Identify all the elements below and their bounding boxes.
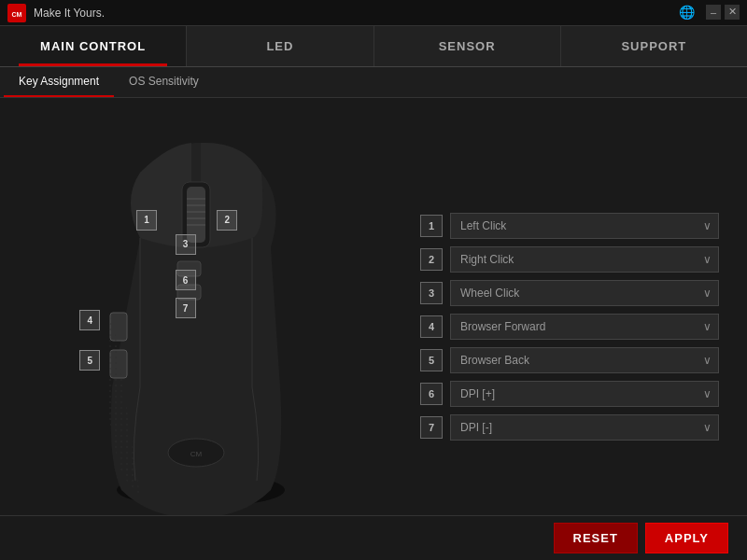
assignment-select-wrapper-7: Left Click Right Click Wheel Click Brows… <box>450 414 719 441</box>
assignment-row-4: 4 Left Click Right Click Wheel Click Bro… <box>420 314 719 340</box>
assignment-select-wrapper-4: Left Click Right Click Wheel Click Brows… <box>450 314 719 340</box>
assignment-row-5: 5 Left Click Right Click Wheel Click Bro… <box>420 347 719 373</box>
assignment-num-7: 7 <box>420 416 443 439</box>
assignment-row-3: 3 Left Click Right Click Wheel Click Bro… <box>420 280 719 306</box>
mouse-area: CM 1 2 3 4 5 6 7 <box>0 98 392 554</box>
tab-led[interactable]: LED <box>187 26 374 66</box>
assignment-num-3: 3 <box>420 282 443 304</box>
assignment-select-2[interactable]: Left Click Right Click Wheel Click Brows… <box>450 246 719 273</box>
reset-button[interactable]: RESET <box>554 523 638 553</box>
main-tabs: MAIN CONTROL LED SENSOR SUPPORT <box>0 26 747 67</box>
assignment-select-3[interactable]: Left Click Right Click Wheel Click Brows… <box>450 280 719 306</box>
subtab-key-assignment[interactable]: Key Assignment <box>4 67 114 97</box>
assignment-row-6: 6 Left Click Right Click Wheel Click Bro… <box>420 381 719 407</box>
assignment-select-wrapper-3: Left Click Right Click Wheel Click Brows… <box>450 280 719 306</box>
assignment-select-4[interactable]: Left Click Right Click Wheel Click Brows… <box>450 314 719 340</box>
assignment-row-7: 7 Left Click Right Click Wheel Click Bro… <box>420 414 719 441</box>
assignment-select-5[interactable]: Left Click Right Click Wheel Click Brows… <box>450 347 719 373</box>
assignment-num-1: 1 <box>420 215 443 237</box>
assignment-select-1[interactable]: Left Click Right Click Wheel Click Brows… <box>450 213 719 239</box>
assignment-num-5: 5 <box>420 349 443 371</box>
assignment-select-7[interactable]: Left Click Right Click Wheel Click Brows… <box>450 414 719 441</box>
mouse-button-3: 3 <box>176 234 196 255</box>
app-title: Make It Yours. <box>34 7 679 20</box>
svg-text:CM: CM <box>12 10 22 17</box>
tab-support[interactable]: SUPPORT <box>561 26 747 66</box>
apply-button[interactable]: APPLY <box>645 523 728 553</box>
assignment-num-6: 6 <box>420 383 443 405</box>
assignment-row-2: 2 Left Click Right Click Wheel Click Bro… <box>420 246 719 273</box>
mouse-button-5: 5 <box>79 350 100 371</box>
assignment-select-wrapper-2: Left Click Right Click Wheel Click Brows… <box>450 246 719 273</box>
mouse-button-6: 6 <box>176 270 196 290</box>
assignment-select-wrapper-6: Left Click Right Click Wheel Click Brows… <box>450 381 719 407</box>
globe-icon: 🌐 <box>679 5 695 21</box>
assignment-select-6[interactable]: Left Click Right Click Wheel Click Brows… <box>450 381 719 407</box>
minimize-button[interactable]: – <box>706 5 721 20</box>
tab-sensor[interactable]: SENSOR <box>374 26 561 66</box>
mouse-button-2: 2 <box>217 210 237 231</box>
mouse-button-1: 1 <box>136 210 157 231</box>
assignment-row-1: 1 Left Click Right Click Wheel Click Bro… <box>420 213 719 239</box>
assignment-select-wrapper-5: Left Click Right Click Wheel Click Brows… <box>450 347 719 373</box>
assignment-select-wrapper-1: Left Click Right Click Wheel Click Brows… <box>450 213 719 239</box>
assignments-panel: 1 Left Click Right Click Wheel Click Bro… <box>392 98 747 554</box>
bottom-bar: RESET APPLY <box>0 515 747 560</box>
assignment-num-4: 4 <box>420 315 443 338</box>
assignment-num-2: 2 <box>420 248 443 271</box>
title-bar: CM Make It Yours. 🌐 – ✕ <box>0 0 747 26</box>
mouse-button-7: 7 <box>176 298 196 318</box>
mouse-button-4: 4 <box>79 310 100 330</box>
window-controls: 🌐 – ✕ <box>679 5 740 21</box>
content-area: CM 1 2 3 4 5 6 7 1 <box>0 98 747 554</box>
svg-text:CM: CM <box>190 450 203 458</box>
subtab-os-sensitivity[interactable]: OS Sensitivity <box>114 67 214 97</box>
app-logo: CM <box>7 4 26 22</box>
mouse-diagram: CM 1 2 3 4 5 6 7 <box>47 126 345 527</box>
tab-main-control[interactable]: MAIN CONTROL <box>0 26 187 66</box>
sub-tabs: Key Assignment OS Sensitivity <box>0 67 747 98</box>
close-button[interactable]: ✕ <box>725 5 740 20</box>
